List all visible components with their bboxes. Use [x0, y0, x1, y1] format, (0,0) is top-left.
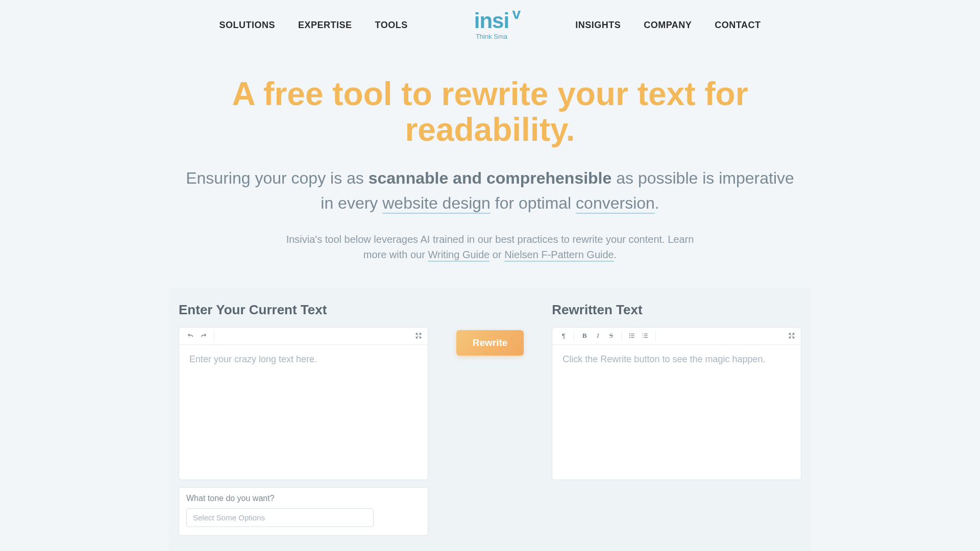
svg-rect-11 [643, 338, 644, 338]
subtitle-text-end: . [655, 194, 659, 212]
tool-row: Enter Your Current Text [179, 302, 801, 536]
input-textarea[interactable]: Enter your crazy long text here. [179, 345, 428, 480]
link-website-design[interactable]: website design [382, 194, 491, 214]
hero-subtitle: Ensuring your copy is as scannable and c… [179, 166, 801, 216]
toolbar-separator [574, 331, 574, 341]
link-nielsen-guide[interactable]: Nielsen F-Pattern Guide [504, 249, 614, 262]
hero-section: A free tool to rewrite your text for rea… [168, 76, 812, 262]
center-column: Rewrite [456, 302, 524, 356]
strikethrough-icon[interactable]: S [605, 330, 617, 342]
nav-company[interactable]: COMPANY [644, 20, 692, 31]
link-writing-guide[interactable]: Writing Guide [428, 249, 489, 262]
nav-left-group: SOLUTIONS EXPERTISE TOOLS [219, 20, 408, 31]
subtitle-bold: scannable and comprehensible [369, 169, 612, 187]
link-conversion[interactable]: conversion [576, 194, 655, 214]
output-textarea[interactable]: Click the Rewrite button to see the magi… [552, 345, 801, 480]
bold-icon[interactable]: B [578, 330, 591, 342]
nav-right-group: INSIGHTS COMPANY CONTACT [575, 20, 761, 31]
fullscreen-icon[interactable] [786, 330, 798, 342]
input-editor: Enter your crazy long text here. [179, 327, 428, 480]
svg-rect-5 [631, 337, 634, 338]
description-text-end: . [614, 249, 617, 260]
nav-insights[interactable]: INSIGHTS [575, 20, 621, 31]
toolbar-separator [655, 331, 656, 341]
tone-select[interactable]: Select Some Options [186, 508, 374, 527]
description-text-mid: or [489, 249, 504, 260]
output-toolbar: ¶ B I S [552, 328, 801, 345]
logo-superscript: v [512, 6, 520, 21]
input-column: Enter Your Current Text [179, 302, 428, 536]
redo-icon[interactable] [198, 330, 210, 342]
subtitle-text-pre: Ensuring your copy is as [186, 169, 369, 187]
undo-icon[interactable] [184, 330, 197, 342]
hero-description: Insivia's tool below leverages AI traine… [276, 232, 704, 262]
tone-label: What tone do you want? [186, 494, 421, 503]
italic-icon[interactable]: I [592, 330, 604, 342]
nav-tools[interactable]: TOOLS [375, 20, 408, 31]
logo-text: insiv [474, 10, 509, 32]
logo-tagline: Think Sma [476, 33, 507, 40]
logo[interactable]: insiv Think Sma [474, 10, 509, 40]
bullet-list-icon[interactable] [626, 330, 638, 342]
input-toolbar [179, 328, 428, 345]
input-section-title: Enter Your Current Text [179, 302, 428, 318]
logo-word: insi [474, 9, 509, 33]
output-column: Rewritten Text ¶ B I S [552, 302, 801, 480]
main-navbar: SOLUTIONS EXPERTISE TOOLS insiv Think Sm… [0, 0, 980, 51]
subtitle-text-mid2: for optimal [491, 194, 576, 212]
toolbar-separator [214, 331, 214, 341]
toolbar-separator [621, 331, 622, 341]
fullscreen-icon[interactable] [412, 330, 425, 342]
nav-contact[interactable]: CONTACT [715, 20, 761, 31]
svg-rect-4 [631, 336, 634, 336]
svg-rect-3 [631, 334, 634, 334]
tone-box: What tone do you want? Select Some Optio… [179, 487, 428, 536]
svg-rect-9 [643, 334, 644, 334]
svg-point-2 [629, 337, 630, 338]
output-section-title: Rewritten Text [552, 302, 801, 318]
svg-point-0 [629, 334, 630, 335]
tool-container: Enter Your Current Text [168, 288, 812, 551]
svg-point-1 [629, 336, 630, 337]
numbered-list-icon[interactable] [639, 330, 651, 342]
output-editor: ¶ B I S [552, 327, 801, 480]
svg-rect-7 [645, 336, 648, 336]
nav-solutions[interactable]: SOLUTIONS [219, 20, 276, 31]
rewrite-button[interactable]: Rewrite [456, 330, 524, 356]
nav-expertise[interactable]: EXPERTISE [298, 20, 352, 31]
page-title: A free tool to rewrite your text for rea… [179, 76, 801, 148]
svg-rect-6 [645, 334, 648, 334]
svg-rect-10 [643, 336, 644, 336]
svg-rect-8 [645, 337, 648, 338]
paragraph-icon[interactable]: ¶ [557, 330, 570, 342]
